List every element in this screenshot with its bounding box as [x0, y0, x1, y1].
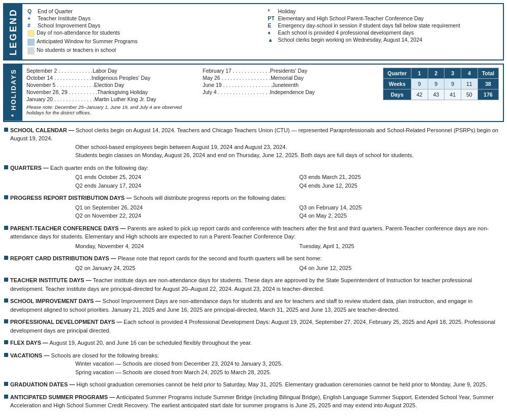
progress-q4: Q4 on May 2, 2025 [300, 212, 503, 220]
legend-text: Anticipated Window for Summer Programs [37, 38, 137, 44]
holiday-item: May 26 . . . . . . . . . . . . . . . . .… [203, 75, 374, 81]
bullet-square-icon [4, 128, 8, 132]
section-title: FLEX DAYS — [10, 340, 48, 346]
holiday-name: Memorial Day [271, 75, 304, 81]
holiday-date: June 19 . . . . . . . . . . . . . . . . … [203, 82, 273, 88]
legend-text: School Improvement Days [38, 22, 100, 28]
holidays-right: February 17 . . . . . . . . . . . . . Pr… [203, 68, 374, 118]
holiday-date: November 5 . . . . . . . . . . . . . [26, 82, 94, 88]
holiday-item: November 28, 29 . . . . . . . . . . Than… [26, 89, 198, 95]
section-header: GRADUATION DATES — High school graduatio… [4, 380, 503, 389]
weeks-q1: 9 [411, 79, 428, 89]
ptc-col-left: Monday, November 4, 2024 [75, 242, 279, 251]
holiday-name: Election Day [94, 82, 124, 88]
section-header: SCHOOL CALENDAR — School clerks begin on… [4, 126, 503, 143]
bullet-square-icon [4, 278, 8, 282]
q3-ends: Q3 ends March 21, 2025 [300, 173, 503, 182]
section-header: ANTICIPATED SUMMER PROGRAMS — Anticipate… [4, 393, 503, 410]
q4-ends: Q4 ends June 12, 2025 [300, 182, 503, 190]
quarter-header-quarter: Quarter [383, 68, 411, 79]
weeks-label: Weeks [383, 79, 411, 89]
holiday-name: Independence Day [270, 89, 315, 95]
holiday-date: February 17 . . . . . . . . . . . . . [203, 68, 270, 74]
holiday-date: January 20 . . . . . . . . . . . . . . [26, 96, 95, 102]
days-q1: 42 [411, 89, 428, 100]
section-header: TEACHER INSTITUTE DAYS — Teacher institu… [4, 276, 503, 293]
quarter-table-container: Quarter 1 2 3 4 Total Weeks 9 9 9 11 [379, 68, 499, 118]
holiday-name: Juneteenth [272, 82, 299, 88]
section-header: PROFESSIONAL DEVELOPMENT DAYS — Each sch… [4, 318, 503, 335]
section-quarters: QUARTERS — Each quarter ends on the foll… [4, 164, 503, 190]
holiday-date: October 14 . . . . . . . . . . . . . [26, 75, 92, 81]
days-label: Days [383, 89, 411, 100]
section-header: SCHOOL IMPROVEMENT DAYS — School Improve… [4, 297, 503, 314]
progress-col-left: Q1 on September 26, 2024 Q2 on November … [75, 203, 279, 220]
weeks-total: 38 [478, 79, 498, 89]
legend-key-e: E [268, 22, 278, 28]
progress-q1: Q1 on September 26, 2024 [75, 203, 279, 212]
days-q2: 43 [428, 89, 444, 100]
legend-text: No students or teachers in school [37, 47, 116, 53]
weeks-q2: 9 [428, 79, 444, 89]
legend-item: Q End of Quarter [27, 8, 258, 14]
legend-section: LEGEND Q End of Quarter + Teacher Instit… [3, 3, 504, 61]
legend-item: ♦ Each school is provided 4 professional… [268, 29, 498, 36]
bullet-square-icon [4, 382, 8, 386]
quarter-row-weeks: Weeks 9 9 9 11 38 [383, 79, 499, 89]
holidays-left: September 2 . . . . . . . . . . . . Labo… [26, 68, 198, 118]
holidays-content: September 2 . . . . . . . . . . . . Labo… [22, 65, 503, 121]
section-title: REPORT CARD DISTRIBUTION DAYS — [10, 255, 116, 261]
legend-key-plus: + [27, 15, 38, 21]
section-title: GRADUATION DATES — [10, 381, 75, 387]
legend-col-left: Q End of Quarter + Teacher Institute Day… [27, 8, 258, 55]
section-header: PROGRESS REPORT DISTRIBUTION DAYS — Scho… [4, 194, 503, 202]
legend-text: Teacher Institute Days [38, 15, 91, 21]
section-subline: Other school-based employees begin betwe… [75, 143, 503, 152]
color-box-yellow [27, 30, 35, 37]
quarter-header-2: 2 [428, 68, 444, 79]
legend-text: Holiday [278, 8, 296, 14]
section-header: QUARTERS — Each quarter ends on the foll… [4, 164, 503, 172]
holiday-date: May 26 . . . . . . . . . . . . . . . . . [203, 75, 271, 81]
bullet-square-icon [4, 395, 8, 399]
legend-key-diamond: ♦ [268, 29, 278, 36]
legend-item: * Holiday [268, 8, 498, 14]
legend-content: Q End of Quarter + Teacher Institute Day… [22, 4, 503, 59]
legend-text: Each school is provided 4 professional d… [278, 29, 414, 36]
legend-key-triangle: ▲ [268, 37, 278, 43]
bullet-square-icon [4, 256, 8, 260]
section-teacher-institute: TEACHER INSTITUTE DAYS — Teacher institu… [4, 276, 503, 293]
section-title: TEACHER INSTITUTE DAYS — [10, 277, 92, 283]
holiday-item: October 14 . . . . . . . . . . . . . Ind… [26, 75, 198, 81]
legend-item: ▲ School clerks begin working on Wednesd… [268, 37, 498, 43]
progress-q2: Q2 on November 22, 2024 [75, 212, 279, 220]
holidays-note: Please note: December 25–January 1, June… [26, 104, 198, 115]
legend-text: Emergency day-school in session if stude… [278, 22, 460, 28]
main-content: SCHOOL CALENDAR — School clerks begin on… [4, 126, 503, 410]
section-title: QUARTERS — [10, 165, 49, 171]
progress-col-right: Q3 on February 14, 2025 Q4 on May 2, 202… [300, 203, 503, 220]
holiday-item: June 19 . . . . . . . . . . . . . . . . … [203, 82, 374, 88]
q1-ends: Q1 ends October 25, 2024 [75, 173, 279, 182]
color-box-gray [27, 47, 35, 54]
rc-q2: Q2 on January 24, 2025 [75, 264, 279, 273]
legend-title: LEGEND [4, 4, 22, 59]
bullet-square-icon [4, 165, 8, 169]
legend-text: Elementary and High School Parent-Teache… [278, 15, 424, 21]
section-graduation: GRADUATION DATES — High school graduatio… [4, 380, 503, 389]
section-title: VACATIONS — [10, 352, 49, 358]
legend-text: Day of non-attendance for students [37, 29, 120, 36]
progress-two-col: Q1 on September 26, 2024 Q2 on November … [75, 203, 503, 220]
quarter-header-4: 4 [461, 68, 478, 79]
holiday-item: September 2 . . . . . . . . . . . . Labo… [26, 68, 198, 74]
bullet-square-icon [4, 298, 8, 303]
days-total: 176 [478, 89, 498, 100]
rc-col-right: Q4 on June 12, 2025 [300, 264, 503, 273]
section-title: SCHOOL IMPROVEMENT DAYS — [10, 298, 101, 304]
legend-item: Anticipated Window for Summer Programs [27, 38, 258, 46]
legend-key-q: Q [27, 8, 38, 14]
legend-key-pt: PT [268, 15, 278, 21]
holiday-item: July 4 . . . . . . . . . . . . . . . . .… [203, 89, 374, 95]
legend-item: No students or teachers in school [27, 47, 258, 54]
holiday-name: Thanksgiving Holiday [97, 89, 148, 95]
